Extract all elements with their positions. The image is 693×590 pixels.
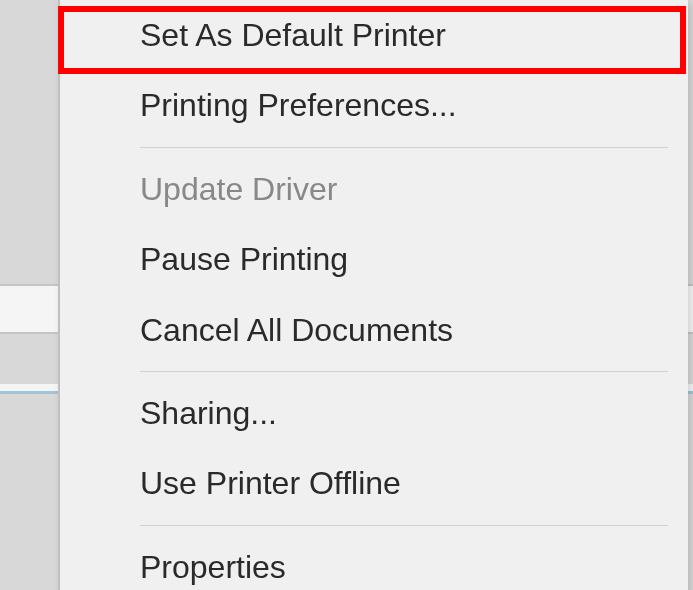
menu-item-pause-printing[interactable]: Pause Printing — [60, 224, 688, 294]
menu-item-sharing[interactable]: Sharing... — [60, 378, 688, 448]
menu-item-printing-preferences[interactable]: Printing Preferences... — [60, 70, 688, 140]
menu-item-cancel-all-documents[interactable]: Cancel All Documents — [60, 295, 688, 365]
menu-item-properties[interactable]: Properties — [60, 532, 688, 590]
menu-separator — [140, 371, 668, 372]
printer-context-menu: Set As Default Printer Printing Preferen… — [58, 0, 688, 590]
menu-item-update-driver: Update Driver — [60, 154, 688, 224]
menu-item-use-printer-offline[interactable]: Use Printer Offline — [60, 448, 688, 518]
menu-item-set-default-printer[interactable]: Set As Default Printer — [60, 0, 688, 70]
menu-separator — [140, 525, 668, 526]
menu-separator — [140, 147, 668, 148]
